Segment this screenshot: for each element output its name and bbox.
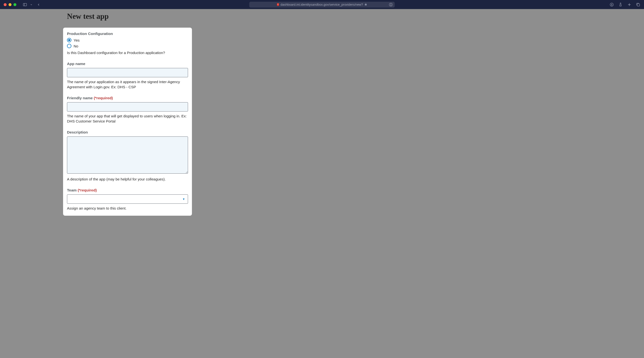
radio-label-no: No: [74, 44, 78, 48]
friendly-name-input[interactable]: [67, 102, 188, 112]
radio-production-no[interactable]: No: [67, 44, 188, 48]
page-title: New test app: [67, 12, 644, 21]
team-label: Team (*required): [67, 188, 188, 192]
field-team: Team (*required) ▼ Assign an agency team…: [67, 188, 188, 211]
svg-point-4: [392, 4, 392, 5]
friendly-name-label: Friendly name (*required): [67, 96, 188, 100]
tracker-badge-icon: !: [277, 3, 279, 6]
page-settings-icon[interactable]: [389, 3, 393, 6]
browser-toolbar: ! dashboard.int.identitysandbox.gov/serv…: [0, 0, 644, 9]
required-indicator: (*required): [78, 188, 97, 192]
radio-icon: [67, 44, 72, 48]
page-content: New test app Production Configuration Ye…: [0, 9, 644, 226]
tab-overview-icon[interactable]: [636, 2, 640, 7]
new-tab-icon[interactable]: [627, 2, 632, 7]
app-name-input[interactable]: [67, 68, 188, 77]
svg-rect-0: [23, 3, 27, 6]
window-controls: [4, 3, 16, 6]
address-bar[interactable]: ! dashboard.int.identitysandbox.gov/serv…: [250, 2, 395, 8]
svg-rect-10: [637, 4, 640, 6]
svg-point-3: [390, 4, 391, 5]
app-name-label: App name: [67, 62, 188, 66]
back-button[interactable]: [37, 3, 40, 6]
sidebar-toggle-icon[interactable]: [23, 2, 27, 7]
app-name-help: The name of your application as it appea…: [67, 79, 188, 90]
fullscreen-window-button[interactable]: [14, 3, 16, 6]
chevron-down-icon[interactable]: [30, 4, 32, 6]
field-friendly-name: Friendly name (*required) The name of yo…: [67, 96, 188, 124]
svg-point-2: [390, 4, 390, 5]
production-config-label: Production Configuration: [67, 32, 188, 36]
description-input[interactable]: [67, 136, 188, 174]
radio-production-yes[interactable]: Yes: [67, 38, 188, 42]
toolbar-left-controls: [23, 2, 40, 7]
share-icon[interactable]: [618, 2, 623, 7]
description-help: A description of the app (may be helpful…: [67, 176, 188, 182]
url-text: dashboard.int.identitysandbox.gov/servic…: [280, 3, 363, 6]
team-select[interactable]: [67, 194, 188, 204]
required-indicator: (*required): [94, 96, 113, 100]
production-config-help: Is this Dashboard configuration for a Pr…: [67, 50, 188, 55]
field-description: Description A description of the app (ma…: [67, 130, 188, 182]
team-label-text: Team: [67, 188, 76, 192]
minimize-window-button[interactable]: [8, 3, 12, 6]
friendly-name-label-text: Friendly name: [67, 96, 93, 100]
friendly-name-help: The name of your app that will get displ…: [67, 114, 188, 124]
radio-label-yes: Yes: [74, 38, 80, 42]
lock-icon: [364, 3, 367, 6]
team-help: Assign an agency team to this client.: [67, 206, 188, 211]
form-card: Production Configuration Yes No Is this …: [63, 28, 192, 216]
description-label: Description: [67, 130, 188, 134]
field-production-configuration: Production Configuration Yes No Is this …: [67, 32, 188, 55]
close-window-button[interactable]: [4, 3, 6, 6]
toolbar-right-controls: [610, 2, 640, 7]
downloads-icon[interactable]: [610, 2, 614, 7]
field-app-name: App name The name of your application as…: [67, 62, 188, 90]
radio-icon: [67, 38, 72, 42]
